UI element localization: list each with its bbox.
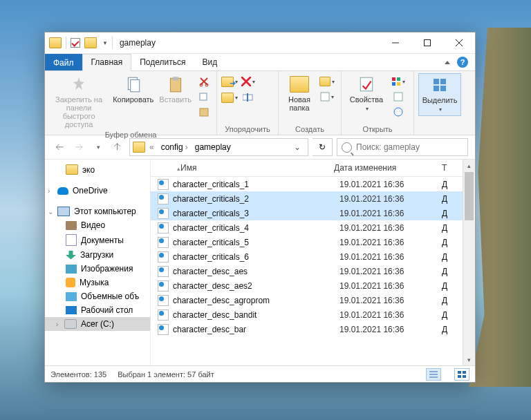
minimize-button[interactable] bbox=[380, 32, 411, 53]
svg-rect-11 bbox=[321, 93, 329, 101]
file-type: Д bbox=[442, 267, 463, 276]
qat-dropdown-icon[interactable]: ▼ bbox=[102, 40, 108, 46]
svg-rect-25 bbox=[458, 375, 461, 378]
file-row[interactable]: character_criticals_319.01.2021 16:36Д bbox=[151, 206, 463, 220]
search-icon bbox=[342, 142, 352, 153]
recent-dropdown-icon[interactable]: ▾ bbox=[91, 140, 106, 155]
file-row[interactable]: character_criticals_619.01.2021 16:36Д bbox=[151, 249, 463, 264]
file-date: 19.01.2021 16:36 bbox=[339, 180, 442, 189]
file-row[interactable]: character_desc_bandit19.01.2021 16:36Д bbox=[151, 307, 463, 322]
details-view-button[interactable] bbox=[426, 368, 441, 381]
column-type[interactable]: Т bbox=[436, 163, 463, 173]
file-date: 19.01.2021 16:36 bbox=[339, 238, 442, 247]
breadcrumb-gameplay[interactable]: gameplay bbox=[192, 141, 234, 153]
file-date: 19.01.2021 16:36 bbox=[339, 310, 442, 320]
nav-desktop[interactable]: Рабочий стол bbox=[45, 303, 150, 317]
search-input[interactable]: Поиск: gameplay bbox=[337, 138, 468, 156]
file-name: character_criticals_1 bbox=[173, 180, 339, 189]
collapse-ribbon-icon[interactable] bbox=[445, 61, 450, 64]
paste-button[interactable]: Вставить bbox=[158, 73, 193, 105]
help-icon[interactable]: ? bbox=[457, 57, 468, 68]
svg-rect-13 bbox=[392, 77, 395, 81]
pin-quickaccess-button[interactable]: Закрепить на панели быстрого доступа bbox=[49, 73, 109, 130]
nav-video[interactable]: Видео bbox=[45, 218, 150, 232]
nav-pictures[interactable]: Изображения bbox=[45, 262, 150, 276]
explorer-window: ▼ gameplay Файл Главная Поделиться Вид ? bbox=[44, 32, 476, 383]
breadcrumb-config[interactable]: config› bbox=[158, 141, 191, 153]
nav-downloads[interactable]: Загрузки bbox=[45, 248, 150, 262]
thumbnails-view-button[interactable] bbox=[454, 368, 469, 381]
nav-this-pc[interactable]: ⌄Этот компьютер bbox=[45, 204, 150, 218]
svg-rect-24 bbox=[463, 371, 466, 374]
file-type: Д bbox=[442, 223, 463, 233]
rename-icon[interactable] bbox=[240, 90, 257, 104]
nav-documents[interactable]: Документы bbox=[45, 232, 150, 248]
column-name[interactable]: ▴Имя bbox=[176, 163, 328, 173]
maximize-button[interactable] bbox=[411, 32, 443, 53]
copy-button[interactable]: Копировать bbox=[111, 73, 155, 105]
nav-onedrive[interactable]: ›OneDrive bbox=[45, 184, 150, 198]
history-icon[interactable] bbox=[390, 105, 407, 119]
delete-icon[interactable]: ▾ bbox=[240, 75, 257, 88]
file-icon bbox=[158, 179, 169, 190]
cut-icon[interactable] bbox=[196, 75, 212, 88]
file-icon bbox=[158, 251, 169, 262]
easy-access-icon[interactable]: ▾ bbox=[319, 90, 335, 104]
titlebar: ▼ gameplay bbox=[45, 32, 475, 54]
file-name: character_desc_bar bbox=[173, 325, 339, 334]
paste-shortcut-icon[interactable] bbox=[196, 105, 212, 119]
file-date: 19.01.2021 16:36 bbox=[339, 223, 442, 233]
select-button[interactable]: Выделить▾ bbox=[418, 73, 461, 116]
file-name: character_desc_bandit bbox=[173, 310, 339, 320]
properties-button[interactable]: Свойства▾ bbox=[346, 73, 387, 115]
nav-drive-acer[interactable]: ›Acer (C:) bbox=[45, 317, 150, 331]
file-row[interactable]: character_criticals_219.01.2021 16:36Д bbox=[151, 191, 463, 206]
edit-icon[interactable] bbox=[390, 90, 407, 104]
svg-rect-7 bbox=[200, 93, 207, 100]
new-folder-button[interactable]: Новая папка bbox=[283, 73, 316, 113]
copy-path-icon[interactable] bbox=[196, 90, 212, 104]
address-bar[interactable]: « config› gameplay ⌄ bbox=[129, 138, 308, 156]
file-row[interactable]: character_criticals_119.01.2021 16:36Д bbox=[151, 177, 463, 191]
file-row[interactable]: character_criticals_519.01.2021 16:36Д bbox=[151, 235, 463, 249]
svg-rect-15 bbox=[392, 82, 395, 86]
svg-rect-19 bbox=[434, 79, 439, 84]
file-icon bbox=[158, 309, 169, 321]
file-icon bbox=[158, 208, 169, 219]
qat-checkbox-icon[interactable] bbox=[71, 38, 80, 48]
tab-file[interactable]: Файл bbox=[45, 54, 82, 70]
tab-view[interactable]: Вид bbox=[194, 54, 225, 70]
folder-icon bbox=[133, 142, 145, 153]
svg-rect-23 bbox=[458, 371, 461, 374]
file-icon bbox=[158, 193, 169, 204]
file-icon bbox=[158, 280, 169, 292]
file-row[interactable]: character_desc_bar19.01.2021 16:36Д bbox=[151, 322, 463, 336]
tab-share[interactable]: Поделиться bbox=[131, 54, 194, 70]
file-row[interactable]: character_desc_aes19.01.2021 16:36Д bbox=[151, 264, 463, 278]
up-button[interactable]: 🡡 bbox=[110, 140, 125, 155]
close-button[interactable] bbox=[443, 32, 475, 53]
vertical-scrollbar[interactable]: ▴ ▾ bbox=[463, 160, 475, 365]
column-date[interactable]: Дата изменения bbox=[328, 163, 436, 173]
file-icon bbox=[158, 324, 169, 335]
file-row[interactable]: character_criticals_419.01.2021 16:36Д bbox=[151, 220, 463, 235]
svg-rect-20 bbox=[440, 79, 446, 84]
file-row[interactable]: character_desc_aes219.01.2021 16:36Д bbox=[151, 278, 463, 293]
nav-music[interactable]: Музыка bbox=[45, 276, 150, 289]
folder-icon bbox=[84, 37, 97, 48]
back-button[interactable]: 🡠 bbox=[52, 140, 67, 155]
nav-folder-eco[interactable]: эко bbox=[45, 162, 150, 177]
open-icon[interactable]: ▾ bbox=[390, 75, 407, 88]
move-to-icon[interactable]: ➔▾ bbox=[221, 75, 238, 88]
file-date: 19.01.2021 16:36 bbox=[339, 267, 442, 276]
file-row[interactable]: character_desc_agroprom19.01.2021 16:36Д bbox=[151, 293, 463, 307]
file-icon bbox=[158, 222, 169, 233]
address-dropdown-icon[interactable]: ⌄ bbox=[290, 142, 305, 152]
copy-to-icon[interactable]: ▾ bbox=[221, 90, 238, 104]
tab-home[interactable]: Главная bbox=[82, 54, 132, 71]
new-item-icon[interactable]: ▾ bbox=[319, 75, 335, 88]
file-icon bbox=[158, 295, 169, 306]
forward-button[interactable]: 🡢 bbox=[71, 140, 86, 155]
refresh-button[interactable]: ↻ bbox=[313, 138, 333, 156]
nav-3d-objects[interactable]: Объемные объ bbox=[45, 289, 150, 303]
